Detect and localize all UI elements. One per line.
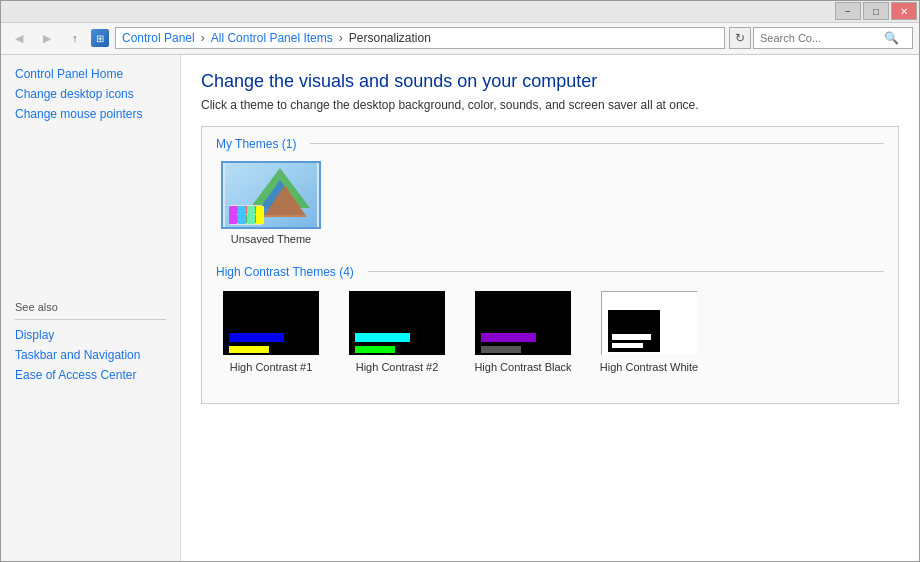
theme-item-unsaved[interactable]: Unsaved Theme: [216, 161, 326, 245]
address-field[interactable]: Control Panel › All Control Panel Items …: [115, 27, 725, 49]
title-bar-controls: − □ ✕: [835, 2, 917, 20]
hc-white-visual: [601, 291, 699, 357]
breadcrumb-sep-1: ›: [201, 31, 205, 45]
theme-item-hc-white[interactable]: High Contrast White: [594, 289, 704, 373]
theme-label-hc1: High Contrast #1: [230, 361, 313, 373]
theme-item-hc2[interactable]: High Contrast #2: [342, 289, 452, 373]
see-also-divider: [15, 319, 166, 320]
themes-panel: My Themes (1): [201, 126, 899, 404]
maximize-button[interactable]: □: [863, 2, 889, 20]
sidebar-item-display[interactable]: Display: [15, 328, 166, 342]
content-area: Change the visuals and sounds on your co…: [181, 55, 919, 561]
hc-white-bar1: [612, 334, 651, 340]
hc2-visual: [349, 291, 447, 357]
unsaved-svg: [225, 163, 317, 227]
theme-item-hc1[interactable]: High Contrast #1: [216, 289, 326, 373]
sidebar-item-taskbar[interactable]: Taskbar and Navigation: [15, 348, 166, 362]
back-button[interactable]: ◀: [7, 27, 31, 49]
main-layout: Control Panel Home Change desktop icons …: [1, 55, 919, 561]
svg-rect-9: [247, 206, 255, 224]
svg-rect-10: [256, 206, 264, 224]
up-button[interactable]: ↑: [63, 27, 87, 49]
my-themes-section-title: My Themes (1): [216, 137, 884, 151]
theme-thumb-hc2: [347, 289, 447, 357]
sidebar-item-change-mouse-pointers[interactable]: Change mouse pointers: [15, 107, 166, 121]
theme-label-hc2: High Contrast #2: [356, 361, 439, 373]
search-icon[interactable]: 🔍: [884, 31, 899, 45]
hc-white-inner: [608, 310, 660, 352]
theme-label-hc-white: High Contrast White: [600, 361, 698, 373]
svg-rect-7: [229, 206, 237, 224]
forward-button[interactable]: ▶: [35, 27, 59, 49]
close-button[interactable]: ✕: [891, 2, 917, 20]
control-panel-icon: ⊞: [91, 29, 109, 47]
sidebar-item-control-panel-home[interactable]: Control Panel Home: [15, 67, 166, 81]
breadcrumb-current: Personalization: [349, 31, 431, 45]
address-right: ↻ 🔍: [729, 27, 913, 49]
refresh-button[interactable]: ↻: [729, 27, 751, 49]
sidebar-item-ease-of-access[interactable]: Ease of Access Center: [15, 368, 166, 382]
sidebar-item-change-desktop-icons[interactable]: Change desktop icons: [15, 87, 166, 101]
page-title: Change the visuals and sounds on your co…: [201, 71, 899, 92]
title-bar: − □ ✕: [1, 1, 919, 23]
unsaved-inner: [225, 165, 317, 225]
search-box[interactable]: 🔍: [753, 27, 913, 49]
my-themes-row: Unsaved Theme: [216, 161, 884, 245]
theme-thumb-hc-white: [599, 289, 699, 357]
theme-label-unsaved: Unsaved Theme: [231, 233, 312, 245]
address-bar: ◀ ▶ ↑ ⊞ Control Panel › All Control Pane…: [1, 23, 919, 55]
theme-label-hc-black: High Contrast Black: [474, 361, 571, 373]
see-also-label: See also: [15, 301, 166, 313]
hc-white-bar2: [612, 343, 643, 348]
breadcrumb-sep-2: ›: [339, 31, 343, 45]
hc1-visual: [223, 291, 321, 357]
minimize-button[interactable]: −: [835, 2, 861, 20]
sidebar: Control Panel Home Change desktop icons …: [1, 55, 181, 561]
breadcrumb-control-panel[interactable]: Control Panel: [122, 31, 195, 45]
theme-item-hc-black[interactable]: High Contrast Black: [468, 289, 578, 373]
svg-rect-8: [238, 206, 246, 224]
high-contrast-section-title: High Contrast Themes (4): [216, 265, 884, 279]
high-contrast-themes-row: High Contrast #1 High Contrast #2: [216, 289, 884, 373]
hc-black-visual: [475, 291, 573, 357]
theme-thumb-hc1: [221, 289, 321, 357]
search-input[interactable]: [760, 32, 880, 44]
theme-thumb-unsaved: [221, 161, 321, 229]
theme-thumb-hc-black: [473, 289, 573, 357]
page-subtitle: Click a theme to change the desktop back…: [201, 98, 899, 112]
breadcrumb-all-items[interactable]: All Control Panel Items: [211, 31, 333, 45]
